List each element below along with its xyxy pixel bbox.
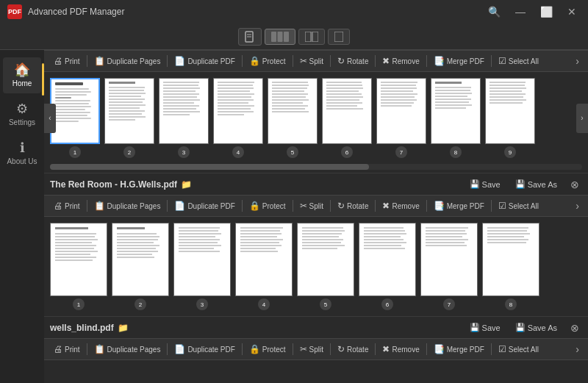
dup-pdf-btn-1[interactable]: 📄 Duplicate PDF [171,54,238,68]
close-section-2[interactable]: ⊗ [567,179,582,190]
rotate-btn-1[interactable]: ↻ Rotate [334,54,372,68]
page-line [240,239,283,240]
close-section-3[interactable]: ⊗ [567,322,582,334]
merge-btn-1[interactable]: 📑 Merge PDF [430,54,488,68]
toolbar-more-1[interactable]: › [573,55,582,67]
dup-pages-btn-2[interactable]: 📋 Duplicate Pages [90,198,165,213]
select-all-btn-2[interactable]: ☑ Select All [495,198,542,213]
protect-btn-1[interactable]: 🔒 Protect [245,54,290,68]
page-thumb-2-7[interactable]: 7 [420,223,478,310]
h-scrollbar-1[interactable] [50,164,582,170]
remove-btn-3[interactable]: ✖ Remove [379,342,423,357]
page-line [435,82,462,84]
sep [167,55,168,67]
split-btn-1[interactable]: ✂ Split [296,54,327,68]
toolbar-2: 🖨 Print 📋 Duplicate Pages 📄 Duplicate PD… [44,195,588,217]
merge-btn-3[interactable]: 📑 Merge PDF [430,342,488,357]
page-line [272,87,307,89]
select-all-btn-1[interactable]: ☑ Select All [495,54,542,68]
page-thumb-1-4[interactable]: 4 [213,78,263,158]
page-thumb-2-2[interactable]: 2 [112,223,169,310]
pdf-section-3: wells_blind.pdf 📁 💾 Save 💾 Save As ⊗ [44,316,588,360]
page-line [326,85,362,86]
page-line [364,236,401,237]
pages-row-1: 1 [44,72,588,164]
page-line [381,105,412,107]
rotate-btn-2[interactable]: ↻ Rotate [334,198,372,213]
toolbar-more-3[interactable]: › [573,343,582,355]
toolbar-more-2[interactable]: › [573,200,582,212]
page-thumb-1-5[interactable]: 5 [268,78,318,158]
page-thumb-2-1[interactable]: 1 [50,223,107,310]
select-all-icon-2: ☑ [498,201,506,211]
split-icon-1: ✂ [300,56,307,66]
page-thumb-2-8[interactable]: 8 [482,223,539,310]
page-num: 3 [196,298,208,310]
tab-grid-2[interactable] [298,29,325,45]
tab-file-icon[interactable] [238,28,262,46]
dup-pages-icon-1: 📋 [94,56,105,66]
page-thumb-1-6[interactable]: 6 [322,78,372,158]
sidebar-item-home[interactable]: 🏠 Home [3,57,41,93]
tab-grid-3[interactable] [265,29,295,45]
minimize-btn[interactable]: — [511,4,530,19]
sep [330,55,331,67]
protect-icon-3: 🔒 [249,344,260,354]
page-thumb-2-4[interactable]: 4 [235,223,293,310]
select-all-btn-3[interactable]: ☑ Select All [495,342,542,357]
print-btn-3[interactable]: 🖨 Print [50,342,84,357]
merge-btn-2[interactable]: 📑 Merge PDF [430,198,488,213]
print-btn-2[interactable]: 🖨 Print [50,198,84,213]
page-line [55,251,98,252]
save-btn-3[interactable]: 💾 Save [465,321,505,334]
remove-btn-1[interactable]: ✖ Remove [379,54,423,68]
tab-grid-1[interactable] [328,29,350,45]
page-line [435,96,467,97]
save-as-btn-2[interactable]: 💾 Save As [511,178,562,190]
pages-row-2: 1 [44,217,588,316]
page-line [426,233,467,235]
page-line [435,104,472,106]
page-thumb-1-7[interactable]: 7 [376,78,426,158]
page-thumb-2-5[interactable]: 5 [297,223,354,310]
maximize-btn[interactable]: ⬜ [536,4,557,19]
split-btn-2[interactable]: ✂ Split [296,198,327,213]
scroll-left-1[interactable]: ‹ [44,104,56,133]
svg-rect-5 [284,32,289,42]
page-thumb-1-1[interactable]: 1 [50,78,100,158]
page-line [109,82,135,84]
page-line [487,242,526,243]
split-btn-3[interactable]: ✂ Split [296,342,327,357]
page-line [163,99,200,101]
sidebar-item-settings[interactable]: ⚙ Settings [3,96,41,132]
save-as-btn-3[interactable]: 💾 Save As [511,321,562,334]
page-thumb-1-8[interactable]: 8 [431,78,481,158]
rotate-btn-3[interactable]: ↻ Rotate [334,342,372,357]
page-thumb-2-6[interactable]: 6 [359,223,416,310]
search-icon[interactable]: 🔍 [484,4,505,19]
print-btn-1[interactable]: 🖨 Print [50,54,84,68]
page-thumb-1-9[interactable]: 9 [485,78,535,158]
sidebar-item-about[interactable]: ℹ About Us [3,135,41,171]
page-thumb-1-3[interactable]: 3 [159,78,209,158]
page-line [218,111,254,112]
page-line [55,109,85,110]
dup-pdf-btn-2[interactable]: 📄 Duplicate PDF [171,198,238,213]
scroll-right-1[interactable]: › [576,104,588,133]
dup-pages-btn-3[interactable]: 📋 Duplicate Pages [90,342,165,357]
page-line [218,90,250,92]
protect-btn-2[interactable]: 🔒 Protect [245,198,290,213]
remove-btn-2[interactable]: ✖ Remove [379,198,423,213]
page-line [435,101,469,103]
save-btn-2[interactable]: 💾 Save [465,178,505,190]
dup-pages-btn-1[interactable]: 📋 Duplicate Pages [90,54,165,68]
page-thumb-1-2[interactable]: 2 [104,78,154,158]
page-thumb-2-3[interactable]: 3 [173,223,231,310]
sep [293,343,293,355]
dup-pdf-btn-3[interactable]: 📄 Duplicate PDF [171,342,238,357]
page-line [218,114,244,115]
sidebar-about-label: About Us [7,157,37,165]
protect-btn-3[interactable]: 🔒 Protect [245,342,290,357]
sep [167,200,168,212]
close-btn[interactable]: ✕ [563,4,581,19]
